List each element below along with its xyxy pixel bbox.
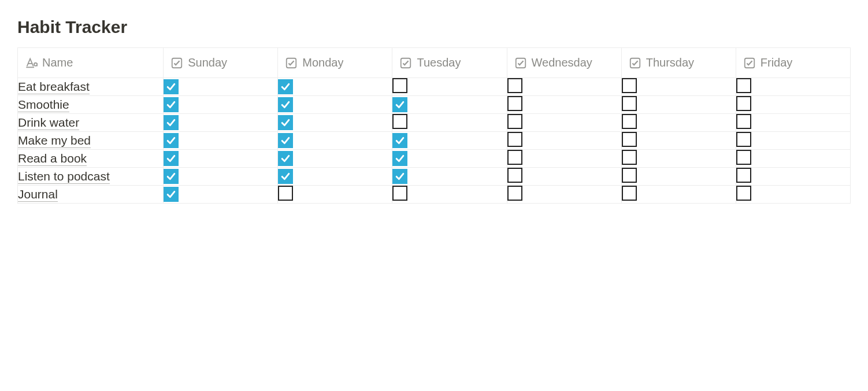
checkbox-unchecked[interactable] <box>507 78 522 93</box>
table-row: Read a book <box>18 150 851 168</box>
checkbox-unchecked[interactable] <box>622 186 637 201</box>
habit-check-cell <box>736 132 850 150</box>
table-header-row: Name Sunday Monday <box>18 48 851 78</box>
checkbox-unchecked[interactable] <box>507 132 522 147</box>
checkbox-checked[interactable] <box>164 133 179 148</box>
column-header-label: Tuesday <box>417 56 461 69</box>
habit-check-cell <box>736 168 850 186</box>
habit-check-cell <box>621 132 736 150</box>
column-header-monday[interactable]: Monday <box>278 48 392 78</box>
checkbox-checked[interactable] <box>164 79 179 94</box>
habit-name-text: Journal <box>18 187 58 202</box>
table-row: Drink water <box>18 114 851 132</box>
column-header-name[interactable]: Name <box>18 48 164 78</box>
habit-check-cell <box>736 78 850 96</box>
habit-check-cell <box>736 114 850 132</box>
habit-check-cell <box>392 132 507 150</box>
habit-table: Name Sunday Monday <box>17 47 851 204</box>
column-header-thursday[interactable]: Thursday <box>621 48 736 78</box>
checkbox-unchecked[interactable] <box>622 132 637 147</box>
checkbox-property-icon <box>743 57 756 69</box>
checkbox-checked[interactable] <box>278 115 293 130</box>
checkbox-checked[interactable] <box>392 97 407 112</box>
habit-check-cell <box>507 78 621 96</box>
habit-check-cell <box>278 132 392 150</box>
habit-name-cell[interactable]: Make my bed <box>18 132 164 150</box>
habit-name-text: Read a book <box>18 152 87 166</box>
habit-check-cell <box>278 114 392 132</box>
habit-check-cell <box>392 186 507 204</box>
text-property-icon <box>25 57 38 69</box>
habit-name-text: Smoothie <box>18 98 69 112</box>
checkbox-unchecked[interactable] <box>622 96 637 111</box>
habit-check-cell <box>278 96 392 114</box>
habit-check-cell <box>278 78 392 96</box>
habit-check-cell <box>164 168 278 186</box>
checkbox-checked[interactable] <box>164 151 179 166</box>
habit-check-cell <box>278 168 392 186</box>
checkbox-checked[interactable] <box>278 97 293 112</box>
checkbox-checked[interactable] <box>392 133 407 148</box>
checkbox-unchecked[interactable] <box>392 78 407 93</box>
column-header-sunday[interactable]: Sunday <box>164 48 278 78</box>
habit-check-cell <box>507 186 621 204</box>
checkbox-checked[interactable] <box>164 115 179 130</box>
page-title: Habit Tracker <box>17 17 851 37</box>
checkbox-unchecked[interactable] <box>507 150 522 165</box>
checkbox-unchecked[interactable] <box>392 114 407 129</box>
column-header-label: Name <box>42 56 73 69</box>
checkbox-checked[interactable] <box>278 133 293 148</box>
checkbox-checked[interactable] <box>392 169 407 184</box>
habit-check-cell <box>164 114 278 132</box>
checkbox-unchecked[interactable] <box>507 168 522 183</box>
checkbox-unchecked[interactable] <box>507 186 522 201</box>
checkbox-property-icon <box>170 57 183 69</box>
checkbox-unchecked[interactable] <box>507 114 522 129</box>
checkbox-unchecked[interactable] <box>278 186 293 201</box>
checkbox-unchecked[interactable] <box>736 78 751 93</box>
column-header-label: Monday <box>302 56 343 69</box>
checkbox-checked[interactable] <box>278 169 293 184</box>
checkbox-checked[interactable] <box>278 151 293 166</box>
habit-check-cell <box>621 114 736 132</box>
checkbox-unchecked[interactable] <box>736 132 751 147</box>
habit-check-cell <box>507 150 621 168</box>
habit-name-cell[interactable]: Read a book <box>18 150 164 168</box>
checkbox-unchecked[interactable] <box>736 96 751 111</box>
checkbox-unchecked[interactable] <box>622 114 637 129</box>
habit-name-cell[interactable]: Journal <box>18 186 164 204</box>
checkbox-unchecked[interactable] <box>736 168 751 183</box>
habit-check-cell <box>392 78 507 96</box>
checkbox-checked[interactable] <box>164 187 179 202</box>
checkbox-unchecked[interactable] <box>392 186 407 201</box>
table-row: Journal <box>18 186 851 204</box>
habit-name-cell[interactable]: Listen to podcast <box>18 168 164 186</box>
checkbox-checked[interactable] <box>164 97 179 112</box>
habit-name-text: Drink water <box>18 116 79 130</box>
habit-check-cell <box>164 132 278 150</box>
habit-check-cell <box>621 78 736 96</box>
checkbox-unchecked[interactable] <box>736 186 751 201</box>
habit-check-cell <box>621 150 736 168</box>
table-row: Smoothie <box>18 96 851 114</box>
checkbox-checked[interactable] <box>278 79 293 94</box>
checkbox-unchecked[interactable] <box>736 150 751 165</box>
habit-name-cell[interactable]: Drink water <box>18 114 164 132</box>
checkbox-checked[interactable] <box>164 169 179 184</box>
column-header-tuesday[interactable]: Tuesday <box>392 48 507 78</box>
checkbox-unchecked[interactable] <box>622 150 637 165</box>
checkbox-unchecked[interactable] <box>507 96 522 111</box>
checkbox-unchecked[interactable] <box>622 78 637 93</box>
habit-check-cell <box>507 168 621 186</box>
habit-check-cell <box>164 78 278 96</box>
checkbox-unchecked[interactable] <box>622 168 637 183</box>
column-header-label: Sunday <box>188 56 227 69</box>
column-header-wednesday[interactable]: Wednesday <box>507 48 621 78</box>
column-header-friday[interactable]: Friday <box>736 48 850 78</box>
column-header-label: Friday <box>761 56 793 69</box>
checkbox-checked[interactable] <box>392 151 407 166</box>
habit-name-cell[interactable]: Smoothie <box>18 96 164 114</box>
checkbox-unchecked[interactable] <box>736 114 751 129</box>
habit-name-cell[interactable]: Eat breakfast <box>18 78 164 96</box>
habit-check-cell <box>392 96 507 114</box>
